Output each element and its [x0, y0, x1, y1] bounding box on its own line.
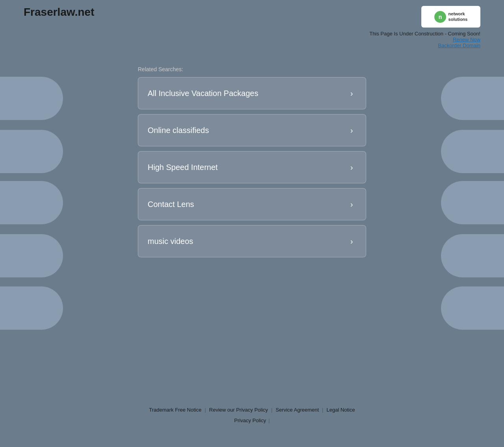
chevron-right-icon: › — [347, 163, 356, 172]
search-item-text: music videos — [148, 237, 193, 246]
ns-logo-text: network solutions — [448, 11, 468, 22]
search-item-text: All Inclusive Vacation Packages — [148, 89, 258, 98]
renew-now-link[interactable]: Renew Now — [453, 37, 480, 42]
ns-logo-inner: n network solutions — [434, 11, 468, 23]
search-items-list: All Inclusive Vacation Packages › Online… — [138, 77, 366, 262]
service-agreement-link[interactable]: Service Agreement — [276, 407, 319, 413]
footer-bottom: Privacy Policy | — [234, 417, 270, 423]
chevron-right-icon: › — [347, 199, 356, 209]
search-item[interactable]: High Speed Internet › — [138, 151, 366, 183]
chevron-right-icon: › — [347, 89, 356, 98]
header: Fraserlaw.net n network solutions This P… — [0, 0, 504, 54]
footer-pipe: | — [269, 417, 270, 423]
search-item-text: High Speed Internet — [148, 163, 218, 172]
decorative-pill — [0, 181, 63, 224]
svg-text:n: n — [438, 14, 442, 20]
chevron-right-icon: › — [347, 126, 356, 135]
search-item-text: Online classifieds — [148, 126, 209, 135]
legal-notice-link[interactable]: Legal Notice — [326, 407, 355, 413]
decorative-pill — [441, 77, 504, 120]
decorative-pill — [0, 234, 63, 277]
ns-logo-icon: n — [434, 11, 446, 23]
search-item[interactable]: All Inclusive Vacation Packages › — [138, 77, 366, 109]
header-links: Renew Now Backorder Domain — [438, 37, 480, 48]
chevron-right-icon: › — [347, 236, 356, 246]
site-title[interactable]: Fraserlaw.net — [24, 6, 94, 18]
footer-links: Trademark Free Notice | Review our Priva… — [149, 407, 355, 413]
footer-separator: | — [322, 407, 323, 413]
footer-separator: | — [205, 407, 206, 413]
privacy-policy-link[interactable]: Privacy Policy — [234, 417, 266, 423]
search-item[interactable]: music videos › — [138, 225, 366, 257]
search-item[interactable]: Contact Lens › — [138, 188, 366, 220]
search-item[interactable]: Online classifieds › — [138, 114, 366, 146]
footer: Trademark Free Notice | Review our Priva… — [0, 407, 504, 423]
decorative-pill — [441, 181, 504, 224]
network-solutions-logo: n network solutions — [421, 6, 480, 28]
header-right: n network solutions This Page Is Under C… — [369, 6, 480, 48]
decorative-pill — [0, 286, 63, 330]
header-status: This Page Is Under Construction - Coming… — [369, 31, 480, 37]
footer-separator: | — [271, 407, 272, 413]
decorative-pill — [0, 77, 63, 120]
decorative-pill — [441, 286, 504, 330]
decorative-pill — [0, 130, 63, 173]
related-searches-label: Related Searches: — [138, 66, 366, 72]
trademark-free-notice-link[interactable]: Trademark Free Notice — [149, 407, 201, 413]
decorative-pill — [441, 234, 504, 277]
review-privacy-policy-link[interactable]: Review our Privacy Policy — [209, 407, 268, 413]
backorder-domain-link[interactable]: Backorder Domain — [438, 42, 480, 48]
decorative-pill — [441, 130, 504, 173]
main-content: Related Searches: All Inclusive Vacation… — [0, 54, 504, 274]
search-item-text: Contact Lens — [148, 200, 194, 209]
